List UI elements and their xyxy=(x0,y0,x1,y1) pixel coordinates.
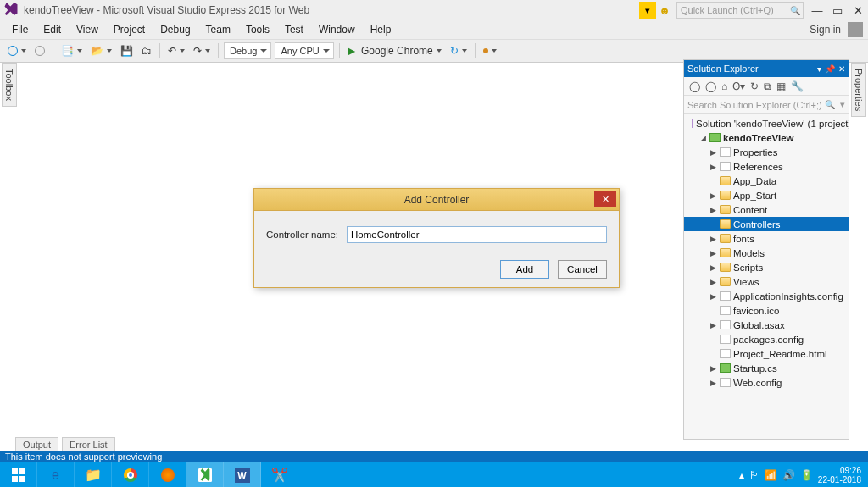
svg-rect-0 xyxy=(12,468,18,474)
sol-home-icon[interactable]: ⌂ xyxy=(721,80,727,92)
menu-team[interactable]: Team xyxy=(199,22,237,37)
notification-flag-icon[interactable]: ▾ xyxy=(639,2,656,19)
new-project-button[interactable]: 📑 xyxy=(58,42,85,60)
tree-item[interactable]: ▶ApplicationInsights.config xyxy=(684,289,849,303)
tray-net-icon[interactable]: 📶 xyxy=(765,469,777,481)
panel-pin-icon[interactable]: 📌 xyxy=(825,64,835,74)
quick-launch-input[interactable]: Quick Launch (Ctrl+Q) xyxy=(676,2,804,19)
tree-item[interactable]: ▶App_Start xyxy=(684,188,849,202)
run-button[interactable]: ▶ Google Chrome xyxy=(345,42,444,60)
tab-errorlist[interactable]: Error List xyxy=(62,437,115,451)
task-word-icon[interactable]: W xyxy=(224,462,261,487)
svg-rect-2 xyxy=(12,476,18,482)
tree-item[interactable]: ▶Global.asax xyxy=(684,318,849,332)
tray-up-icon[interactable]: ▴ xyxy=(739,469,744,481)
menu-bar: FileEditViewProjectDebugTeamToolsTestWin… xyxy=(0,20,868,39)
controller-name-input[interactable] xyxy=(347,226,607,243)
menu-test[interactable]: Test xyxy=(278,22,310,37)
redo-button[interactable]: ↷ xyxy=(191,42,213,60)
task-snip-icon[interactable]: ✂️ xyxy=(261,462,298,487)
tree-item[interactable]: ▶Models xyxy=(684,246,849,260)
sol-back-icon[interactable]: ◯ xyxy=(689,80,700,92)
open-file-button[interactable]: 📂 xyxy=(88,42,114,60)
task-ie-icon[interactable]: e xyxy=(37,462,75,487)
controller-name-label: Controller name: xyxy=(266,230,338,240)
feedback-smile-icon[interactable]: ☻ xyxy=(656,2,673,19)
start-button[interactable] xyxy=(0,462,37,487)
tree-item[interactable]: ▶References xyxy=(684,159,849,174)
tree-item[interactable]: ▶fonts xyxy=(684,231,849,246)
tray-clock[interactable]: 09:2622-01-2018 xyxy=(818,466,861,484)
tree-item[interactable]: ▶Content xyxy=(684,202,849,217)
platform-combo[interactable]: Any CPU xyxy=(275,42,333,59)
toolbox-tab[interactable]: Toolbox xyxy=(2,63,17,107)
task-firefox-icon[interactable] xyxy=(149,462,186,487)
menu-debug[interactable]: Debug xyxy=(153,22,197,37)
tab-output[interactable]: Output xyxy=(15,437,58,451)
file-icon xyxy=(720,320,731,329)
save-all-button[interactable]: 🗂 xyxy=(139,42,154,60)
menu-tools[interactable]: Tools xyxy=(239,22,276,37)
properties-tab[interactable]: Properties xyxy=(851,63,866,117)
menu-edit[interactable]: Edit xyxy=(36,22,68,37)
sol-showall-icon[interactable]: ▦ xyxy=(776,80,786,92)
sol-fwd-icon[interactable]: ◯ xyxy=(705,80,716,92)
nav-back-button[interactable] xyxy=(5,42,29,60)
tree-item[interactable]: App_Data xyxy=(684,174,849,188)
file-icon xyxy=(720,363,731,373)
solution-search-input[interactable]: Search Solution Explorer (Ctrl+;)▾ xyxy=(684,96,849,114)
file-icon xyxy=(720,147,731,157)
menu-window[interactable]: Window xyxy=(312,22,362,37)
tray-vol-icon[interactable]: 🔊 xyxy=(782,469,795,481)
file-icon xyxy=(720,162,731,171)
browser-link-button[interactable] xyxy=(481,42,499,60)
svg-rect-1 xyxy=(19,468,25,474)
tree-item[interactable]: Project_Readme.html xyxy=(684,346,849,361)
tray-bat-icon[interactable]: 🔋 xyxy=(800,469,813,481)
folder-icon xyxy=(720,191,731,200)
file-icon xyxy=(720,378,731,387)
tree-item[interactable]: packages.config xyxy=(684,332,849,346)
sign-in-link[interactable]: Sign in xyxy=(810,24,841,36)
task-explorer-icon[interactable]: 📁 xyxy=(75,462,112,487)
tree-item[interactable]: ▶Views xyxy=(684,274,849,289)
sol-scope-icon[interactable]: ʘ▾ xyxy=(732,80,745,92)
tree-item[interactable]: ▶Web.config xyxy=(684,375,849,390)
tree-item[interactable]: favicon.ico xyxy=(684,303,849,318)
minimize-button[interactable]: — xyxy=(807,0,827,20)
save-button[interactable]: 💾 xyxy=(118,42,136,60)
file-icon xyxy=(720,335,731,344)
close-button[interactable]: ✕ xyxy=(848,0,868,20)
tree-item[interactable]: ▶Scripts xyxy=(684,260,849,274)
project-node[interactable]: ◢kendoTreeView xyxy=(684,130,849,145)
sol-collapse-icon[interactable]: ⧉ xyxy=(764,80,771,92)
tree-item[interactable]: ▶Startup.cs xyxy=(684,361,849,375)
task-vs-icon[interactable] xyxy=(186,462,224,487)
dialog-close-button[interactable]: ✕ xyxy=(594,191,616,207)
add-button[interactable]: Add xyxy=(500,260,549,279)
file-icon xyxy=(720,306,731,315)
file-icon xyxy=(720,349,731,358)
tree-item[interactable]: Controllers xyxy=(684,217,849,231)
menu-project[interactable]: Project xyxy=(107,22,152,37)
panel-close-icon[interactable]: ✕ xyxy=(838,64,845,74)
add-controller-dialog: Add Controller ✕ Controller name: Add Ca… xyxy=(253,188,620,288)
tray-flag-icon[interactable]: 🏳 xyxy=(749,469,760,481)
solution-node[interactable]: Solution 'kendoTreeView' (1 project) xyxy=(684,116,849,130)
nav-fwd-button[interactable] xyxy=(32,42,47,60)
config-combo[interactable]: Debug xyxy=(224,42,271,59)
maximize-button[interactable]: ▭ xyxy=(827,0,848,20)
sol-properties-icon[interactable]: 🔧 xyxy=(791,80,804,92)
menu-help[interactable]: Help xyxy=(364,22,398,37)
sol-refresh-icon[interactable]: ↻ xyxy=(750,80,759,92)
avatar-icon[interactable] xyxy=(848,22,863,37)
undo-button[interactable]: ↶ xyxy=(165,42,187,60)
menu-view[interactable]: View xyxy=(70,22,105,37)
task-chrome-icon[interactable] xyxy=(112,462,149,487)
menu-file[interactable]: File xyxy=(5,22,35,37)
panel-dropdown-icon[interactable]: ▾ xyxy=(817,64,821,74)
tree-item[interactable]: ▶Properties xyxy=(684,145,849,159)
bottom-tabs: Output Error List xyxy=(15,437,115,451)
refresh-button[interactable]: ↻ xyxy=(448,42,470,60)
cancel-button[interactable]: Cancel xyxy=(558,260,607,279)
